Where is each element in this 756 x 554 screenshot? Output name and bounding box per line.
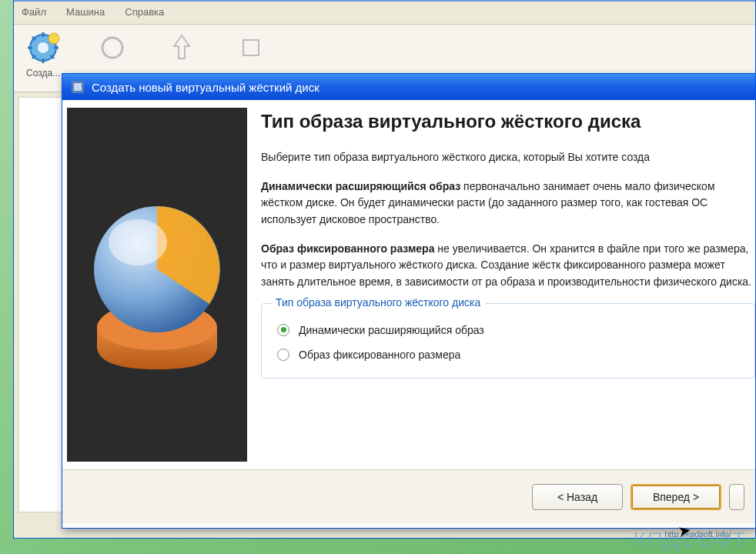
wizard-body: Тип образа виртуального жёсткого диска В… <box>62 100 755 469</box>
svg-point-18 <box>109 219 167 265</box>
wizard-side-image <box>67 108 247 462</box>
radio-icon <box>277 349 289 361</box>
square-icon <box>234 31 268 65</box>
back-button[interactable]: < Назад <box>532 484 623 510</box>
wizard-dialog: Создать новый виртуальный жёсткий диск <box>62 73 756 529</box>
menu-machine[interactable]: Машина <box>66 6 105 18</box>
menu-bar: Файл Машина Справка <box>14 2 755 25</box>
toolbar-item-3[interactable] <box>165 31 199 68</box>
toolbar-item-4[interactable] <box>234 31 268 68</box>
wizard-footer: < Назад Вперед > <box>62 469 755 523</box>
wizard-title: Создать новый виртуальный жёсткий диск <box>92 81 319 94</box>
wizard-titlebar[interactable]: Создать новый виртуальный жёсткий диск <box>62 74 755 100</box>
next-button[interactable]: Вперед > <box>631 484 721 510</box>
toolbar-create-label: Созда... <box>26 68 60 78</box>
intro-text: Выберите тип образа виртуального жёстког… <box>261 149 755 166</box>
cancel-button-partial[interactable] <box>729 484 744 510</box>
fixed-bold: Образ фиксированного размера <box>261 242 434 255</box>
toolbar-create[interactable]: Созда... <box>26 31 60 78</box>
menu-help[interactable]: Справка <box>125 6 164 18</box>
gear-new-icon <box>26 31 60 65</box>
svg-rect-14 <box>74 83 82 91</box>
radio-fixed-label: Образ фиксированного размера <box>299 349 460 361</box>
watermark: КПДСОФТ <box>633 528 747 552</box>
gear-icon <box>95 31 129 65</box>
radio-icon <box>277 324 289 336</box>
svg-point-1 <box>38 42 49 53</box>
radio-dynamic-label: Динамически расширяющийся образ <box>299 324 484 336</box>
toolbar-item-2[interactable] <box>95 31 129 68</box>
wizard-main: Тип образа виртуального жёсткого диска В… <box>247 100 755 469</box>
disk-icon <box>70 79 85 95</box>
radio-fixed[interactable]: Образ фиксированного размера <box>277 342 739 367</box>
dynamic-bold: Динамически расширяющийся образ <box>261 180 460 192</box>
menu-file[interactable]: Файл <box>22 6 46 18</box>
svg-rect-12 <box>243 40 259 55</box>
svg-point-10 <box>49 33 59 44</box>
page-heading: Тип образа виртуального жёсткого диска <box>261 111 755 132</box>
arrow-icon <box>165 31 199 65</box>
fixed-desc: Образ фиксированного размера не увеличив… <box>261 241 755 291</box>
dynamic-desc: Динамически расширяющийся образ первонач… <box>261 179 755 229</box>
radio-dynamic[interactable]: Динамически расширяющийся образ <box>277 318 739 342</box>
group-legend: Тип образа виртуального жёсткого диска <box>271 296 485 309</box>
svg-point-11 <box>102 38 122 58</box>
disk-type-group: Тип образа виртуального жёсткого диска Д… <box>261 303 755 379</box>
